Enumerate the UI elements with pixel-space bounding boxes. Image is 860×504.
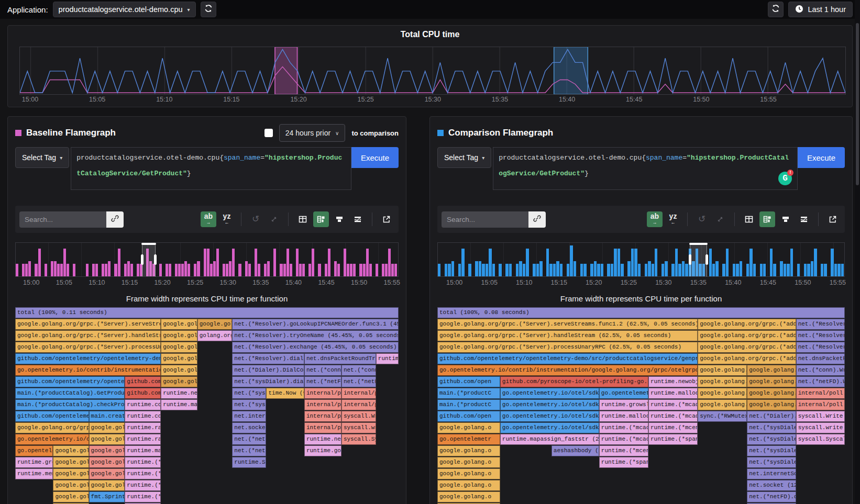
- flame-frame[interactable]: net.socket: [232, 422, 266, 433]
- flame-frame[interactable]: internal/po: [341, 388, 376, 399]
- flame-frame[interactable]: google.golang.org/grpc.(*addrC: [698, 330, 796, 341]
- flame-frame[interactable]: runtime.(*spanS: [648, 434, 698, 445]
- refresh-apps-button[interactable]: [201, 2, 216, 17]
- flame-frame[interactable]: runtime.gop: [304, 445, 341, 456]
- flame-frame[interactable]: google.golang: [161, 353, 197, 364]
- flame-frame[interactable]: runtime.(*mcach: [599, 434, 648, 445]
- refresh-data-button[interactable]: [768, 2, 784, 17]
- flame-frame[interactable]: go.opentelemetry.io/co: [15, 434, 89, 445]
- flame-frame[interactable]: google.golang.org/grpc.(*Server).serveSt…: [15, 319, 161, 330]
- flame-frame[interactable]: net.(*Resolver).tryOneName (45.45%, 0.05…: [232, 330, 399, 341]
- sandwich-view-button[interactable]: [350, 211, 366, 227]
- flame-frame[interactable]: net.dnsPacketRoundTrip: [304, 353, 376, 364]
- flame-frame[interactable]: syscall.Syscall: [796, 434, 845, 445]
- permalink-button[interactable]: [528, 211, 546, 228]
- flame-frame[interactable]: go.opentelemetry.io/otel/sdk/t: [500, 388, 599, 399]
- flame-frame[interactable]: google.golang.org/grpc.(*Server).handleS…: [15, 330, 161, 341]
- compare-period-select[interactable]: 24 hours prior ∨: [279, 124, 346, 142]
- flame-frame[interactable]: github.com/opentelemetry/opentele: [15, 376, 125, 387]
- table-view-button[interactable]: [295, 211, 311, 227]
- flame-frame[interactable]: runtime.mallocg: [599, 411, 648, 422]
- flame-frame[interactable]: net.(*sysDia: [232, 399, 266, 410]
- flame-frame[interactable]: runtime.ra: [125, 422, 161, 433]
- flame-frame[interactable]: runtime.(*m: [125, 480, 161, 491]
- selection-handle-right[interactable]: [705, 254, 708, 265]
- flame-frame[interactable]: google.golang.o: [747, 399, 796, 410]
- flame-frame[interactable]: sync.(*RWMutex): [698, 411, 747, 422]
- flame-frame[interactable]: net.(*sysDialer: [747, 434, 796, 445]
- baseline-timeline[interactable]: [15, 242, 399, 277]
- flame-frame[interactable]: google.golang.org/grpc.(*addrC: [698, 319, 796, 330]
- flame-frame[interactable]: google.golang.o: [437, 457, 500, 468]
- flame-frame[interactable]: go.opentelemetry.io/otel/sdk/t: [500, 399, 599, 410]
- flame-frame[interactable]: net.(*netFD): [341, 376, 376, 387]
- flame-frame[interactable]: internal/po: [304, 411, 341, 422]
- flame-frame[interactable]: time.Now (9: [266, 388, 304, 399]
- flame-frame[interactable]: net.(*netFD): [232, 445, 266, 456]
- flame-frame[interactable]: go.opentele: [15, 445, 53, 456]
- flame-frame[interactable]: google.golang.o: [747, 388, 796, 399]
- comparison-timeline-selection[interactable]: [690, 243, 707, 276]
- flame-frame[interactable]: google.golang.o: [698, 399, 747, 410]
- flame-frame[interactable]: github.com/pyroscope-io/otel-profiling-g…: [500, 376, 648, 387]
- flame-frame[interactable]: google.gola: [89, 468, 125, 479]
- flame-frame[interactable]: aeshashbody (12: [552, 445, 599, 456]
- flame-frame[interactable]: go.opentelemetr: [599, 388, 648, 399]
- flame-frame[interactable]: runtime.(*m: [125, 468, 161, 479]
- flame-frame[interactable]: google.gola: [89, 457, 125, 468]
- flame-frame[interactable]: net.(*netFD).di: [747, 491, 796, 502]
- flame-frame[interactable]: google.golang.o: [437, 480, 500, 491]
- flame-frame[interactable]: syscall.Sys: [341, 434, 376, 445]
- flame-frame[interactable]: syscall.Wri: [341, 411, 376, 422]
- flame-frame[interactable]: fmt.Sprintf: [89, 491, 125, 502]
- reset-view-button[interactable]: [712, 211, 728, 227]
- flame-frame[interactable]: google.golang.o: [747, 376, 796, 387]
- flame-frame[interactable]: net.dnsPacketRo: [796, 353, 845, 364]
- flame-frame[interactable]: runtime.(*spanS: [599, 457, 648, 468]
- flame-frame[interactable]: runtime.mal: [161, 399, 197, 410]
- flame-frame[interactable]: net.(*Resolver): [796, 342, 845, 353]
- baseline-search-input[interactable]: [19, 211, 106, 228]
- flame-frame[interactable]: github.com/opentelemetry/opentelemetry-d…: [437, 353, 698, 364]
- flame-frame[interactable]: net.(*sysDia: [232, 388, 266, 399]
- table-view-button[interactable]: [741, 211, 757, 227]
- flame-frame[interactable]: runtime.mapassign_faststr (25%: [500, 434, 599, 445]
- flame-frame[interactable]: github.com/open: [437, 376, 500, 387]
- flamegraph-view-button[interactable]: [332, 211, 347, 227]
- flame-frame[interactable]: main.(*productCatalog).GetProduct: [15, 388, 125, 399]
- export-button[interactable]: [379, 211, 394, 227]
- reset-view-button[interactable]: [266, 211, 282, 227]
- flame-frame[interactable]: net.(*netFD): [304, 376, 341, 387]
- flame-frame[interactable]: net.(*Dialer).D: [747, 411, 796, 422]
- flame-frame[interactable]: google.golang.o: [698, 365, 747, 376]
- flame-frame[interactable]: google.golang.o: [437, 422, 500, 433]
- comparison-query-input[interactable]: productcatalogservice.otel-demo.cpu{span…: [493, 147, 798, 190]
- sandwich-view-button[interactable]: [796, 211, 812, 227]
- page-scrollbar[interactable]: [855, 0, 860, 504]
- baseline-timeline-selection[interactable]: [142, 243, 156, 276]
- flame-frame[interactable]: internal/poll.(: [796, 388, 845, 399]
- flame-frame[interactable]: google.golang.org/grpc.(*addrC: [698, 342, 796, 353]
- baseline-select-tag-button[interactable]: Select Tag ▾: [15, 147, 69, 168]
- flame-frame[interactable]: google.golang: [161, 330, 197, 341]
- flame-frame[interactable]: go.opentelemetry.io/otel/sdk/t: [500, 422, 599, 433]
- flame-frame[interactable]: runtime.raw: [125, 434, 161, 445]
- flame-frame[interactable]: net.(*sysDialer: [747, 422, 796, 433]
- flame-frame[interactable]: runtime.(*s: [125, 491, 161, 502]
- undo-button[interactable]: ↺: [248, 211, 263, 227]
- total-cpu-chart[interactable]: [19, 47, 846, 95]
- flame-frame[interactable]: google.golang.o: [747, 365, 796, 376]
- flame-frame[interactable]: github.com/: [125, 376, 161, 387]
- sort-ab-button[interactable]: ab→: [647, 211, 663, 227]
- flame-frame[interactable]: runtime.(*mcent: [648, 422, 698, 433]
- flame-frame[interactable]: go.opentelemetry.io/otel/sdk/t: [500, 411, 599, 422]
- comparison-select-tag-button[interactable]: Select Tag ▾: [437, 147, 491, 168]
- flame-frame[interactable]: total (100%, 0.08 seconds): [437, 307, 845, 318]
- flame-frame[interactable]: internal/po: [304, 388, 341, 399]
- flame-frame[interactable]: google.golang: [161, 365, 197, 376]
- flame-frame[interactable]: go.opentelemetr: [437, 434, 500, 445]
- flame-frame[interactable]: github.com/open: [437, 411, 500, 422]
- flame-frame[interactable]: google.golang: [161, 342, 197, 353]
- flame-frame[interactable]: net.(*Resolver): [796, 319, 845, 330]
- flame-frame[interactable]: net.(*conn): [341, 365, 376, 376]
